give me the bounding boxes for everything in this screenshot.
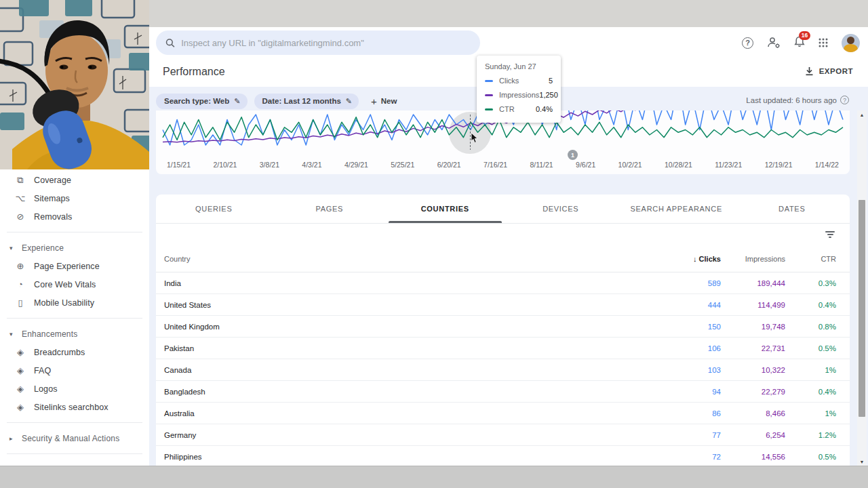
sidebar-item-mobile-usability[interactable]: ▯Mobile Usability: [0, 293, 149, 312]
column-header-country[interactable]: Country: [164, 255, 660, 263]
sidebar-item-label: Experience: [22, 243, 64, 253]
sidebar-item-coverage[interactable]: ⧉Coverage: [0, 171, 149, 189]
tab-search-appearance[interactable]: SEARCH APPEARANCE: [618, 195, 734, 223]
sidebar-item-removals[interactable]: ⊘Removals: [0, 207, 149, 226]
avatar-head: [847, 37, 854, 44]
sidebar-item-core-web-vitals[interactable]: ◔Core Web Vitals: [0, 275, 149, 293]
tab-dates[interactable]: DATES: [734, 195, 850, 223]
table-row[interactable]: Canada10310,3221%: [156, 359, 850, 381]
table-row[interactable]: Philippines7214,5560.5%: [156, 446, 850, 468]
scroll-down-icon[interactable]: ▼: [857, 458, 867, 466]
enhancement-icon: ◈: [15, 384, 26, 394]
page-experience-icon: ⊕: [15, 261, 26, 271]
search-input[interactable]: [181, 38, 471, 48]
x-axis-tick: 4/29/21: [344, 161, 368, 169]
question-circle-icon[interactable]: ?: [840, 96, 849, 104]
x-axis-tick: 1/15/21: [167, 161, 191, 169]
help-icon[interactable]: ?: [742, 37, 753, 49]
sidebar-item-label: Enhancements: [22, 329, 77, 339]
sidebar-section-legacy-tools[interactable]: ▸Legacy tools and reports: [0, 460, 149, 466]
sidebar-item-label: Coverage: [34, 176, 71, 185]
sidebar-section-security-manual-actions[interactable]: ▸Security & Manual Actions: [0, 429, 149, 447]
bottom-taskbar: [0, 466, 868, 488]
sidebar-item-page-experience[interactable]: ⊕Page Experience: [0, 257, 149, 275]
page-scrollbar[interactable]: ▲ ▼: [857, 110, 867, 466]
dimensions-card: QUERIESPAGESCOUNTRIESDEVICESSEARCH APPEA…: [156, 195, 850, 468]
tooltip-row: CTR0.4%: [485, 105, 553, 113]
tooltip-metric-value: 1,250: [539, 91, 558, 99]
country-cell: Philippines: [164, 453, 660, 461]
sidebar-section-experience[interactable]: ▾Experience: [0, 239, 149, 257]
tooltip-row: Impressions1,250: [485, 91, 553, 99]
sidebar-item-label: Security & Manual Actions: [22, 434, 119, 443]
country-cell: Australia: [164, 409, 660, 418]
chart-annotation-badge[interactable]: 1: [568, 150, 578, 160]
tooltip-row: Clicks5: [485, 77, 553, 85]
sidebar-item-breadcrumbs[interactable]: ◈Breadcrumbs: [0, 343, 149, 361]
clicks-cell: 589: [660, 279, 721, 287]
search-icon: [165, 38, 175, 48]
table-row[interactable]: United Kingdom15019,7480.8%: [156, 316, 850, 338]
tooltip-metric-label: Impressions: [499, 91, 539, 99]
x-axis-tick: 4/3/21: [302, 161, 321, 169]
sidebar-divider: [7, 318, 142, 319]
x-axis-tick: 8/11/21: [530, 161, 553, 169]
url-inspect-search[interactable]: [156, 30, 480, 55]
sidebar-item-logos[interactable]: ◈Logos: [0, 380, 149, 398]
page-title: Performance: [163, 66, 225, 78]
tooltip-metric-value: 5: [549, 77, 553, 85]
table-row[interactable]: Bangladesh9422,2790.4%: [156, 381, 850, 403]
country-cell: United Kingdom: [164, 323, 660, 331]
pencil-icon: ✎: [234, 97, 240, 106]
chart-hover-line: [470, 115, 471, 150]
sidebar-item-sitemaps[interactable]: ⌥Sitemaps: [0, 189, 149, 207]
enhancement-icon: ◈: [15, 365, 26, 375]
ctr-cell: 0.5%: [785, 453, 836, 461]
table-row[interactable]: Australia868,4661%: [156, 403, 850, 424]
account-avatar[interactable]: [842, 34, 860, 52]
notifications-button[interactable]: 16: [794, 36, 805, 50]
sidebar-item-label: Logos: [34, 384, 58, 394]
column-header-impressions[interactable]: Impressions: [721, 255, 785, 263]
enhancement-icon: ◈: [15, 402, 26, 412]
x-axis-tick: 3/8/21: [260, 161, 279, 169]
tooltip-metric-value: 0.4%: [536, 105, 553, 113]
table-row[interactable]: Pakistan10622,7310.5%: [156, 338, 850, 359]
country-cell: Pakistan: [164, 344, 660, 352]
date-range-chip[interactable]: Date: Last 12 months ✎: [254, 94, 359, 109]
impressions-cell: 22,279: [721, 388, 785, 396]
scrollbar-thumb[interactable]: [859, 200, 865, 417]
tab-pages[interactable]: PAGES: [272, 195, 388, 223]
chevron-down-icon: ▾: [9, 331, 18, 338]
tab-bar: QUERIESPAGESCOUNTRIESDEVICESSEARCH APPEA…: [156, 195, 850, 224]
column-header-ctr[interactable]: CTR: [785, 255, 836, 263]
sidebar-item-sitelinks-searchbox[interactable]: ◈Sitelinks searchbox: [0, 398, 149, 416]
scroll-up-icon[interactable]: ▲: [857, 110, 867, 119]
tab-countries[interactable]: COUNTRIES: [387, 195, 503, 223]
new-filter-button[interactable]: + New: [371, 96, 397, 107]
chart-x-axis: 1/15/212/10/213/8/214/3/214/29/215/25/21…: [156, 161, 850, 169]
tab-queries[interactable]: QUERIES: [156, 195, 272, 223]
clicks-cell: 103: [660, 366, 721, 374]
sidebar-item-label: Core Web Vitals: [34, 280, 96, 289]
sidebar-section-enhancements[interactable]: ▾Enhancements: [0, 325, 149, 343]
table-row[interactable]: Germany776,2541.2%: [156, 424, 850, 446]
sidebar-item-label: FAQ: [34, 366, 51, 375]
impressions-cell: 14,556: [721, 453, 785, 461]
apps-grid-icon[interactable]: [818, 38, 828, 47]
removals-icon: ⊘: [15, 211, 26, 222]
country-cell: India: [164, 279, 660, 287]
table-row[interactable]: India589189,4440.3%: [156, 272, 850, 294]
search-type-chip[interactable]: Search type: Web ✎: [156, 94, 248, 109]
legend-dash-icon: [485, 80, 493, 82]
table-row[interactable]: United States444114,4990.4%: [156, 294, 850, 316]
filter-icon[interactable]: [825, 231, 835, 238]
sidebar-nav: ⧉Coverage⌥Sitemaps⊘Removals▾Experience⊕P…: [0, 169, 149, 466]
tab-devices[interactable]: DEVICES: [503, 195, 619, 223]
export-button[interactable]: EXPORT: [805, 66, 853, 76]
column-header-clicks[interactable]: ↓ Clicks: [660, 255, 721, 263]
sidebar-item-faq[interactable]: ◈FAQ: [0, 361, 149, 380]
user-settings-icon[interactable]: [767, 37, 781, 49]
new-filter-label: New: [381, 97, 397, 105]
impressions-cell: 114,499: [721, 301, 785, 309]
